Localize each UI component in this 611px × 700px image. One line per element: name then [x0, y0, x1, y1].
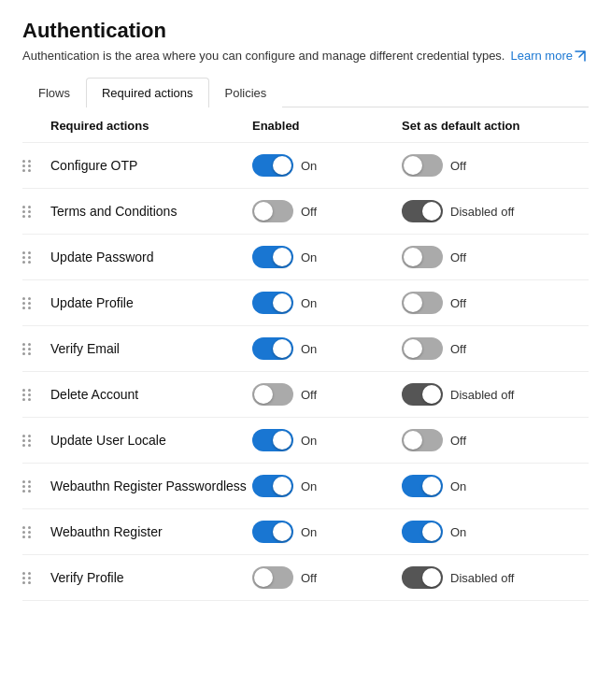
default-label: Disabled off — [450, 205, 514, 219]
default-toggle-cell: Disabled off — [402, 200, 589, 222]
enabled-label: Off — [301, 388, 317, 402]
default-label: On — [450, 525, 466, 539]
default-toggle[interactable] — [402, 154, 443, 177]
default-toggle[interactable] — [402, 200, 443, 222]
enabled-toggle[interactable] — [252, 429, 293, 451]
enabled-toggle-cell: On — [252, 521, 402, 543]
enabled-toggle[interactable] — [252, 246, 293, 268]
default-toggle-cell: Off — [402, 429, 589, 451]
enabled-toggle[interactable] — [252, 200, 293, 222]
enabled-label: On — [301, 159, 317, 173]
tab-policies[interactable]: Policies — [209, 78, 283, 107]
row-name: Webauthn Register — [50, 524, 252, 539]
default-label: Off — [450, 342, 466, 356]
drag-handle[interactable] — [22, 160, 50, 172]
external-link-icon — [575, 50, 586, 62]
description-text: Authentication is the area where you can… — [22, 49, 504, 63]
col-drag — [22, 119, 50, 133]
default-label: Off — [450, 250, 466, 264]
enabled-toggle[interactable] — [252, 566, 293, 589]
drag-handle[interactable] — [22, 206, 50, 218]
table-row: Verify ProfileOffDisabled off — [22, 555, 589, 601]
row-name: Webauthn Register Passwordless — [50, 479, 252, 493]
default-toggle[interactable] — [402, 521, 443, 543]
default-toggle[interactable] — [402, 337, 443, 360]
enabled-label: On — [301, 525, 317, 539]
drag-handle[interactable] — [22, 572, 50, 584]
enabled-toggle-cell: On — [252, 429, 402, 451]
row-name: Update Password — [50, 250, 252, 264]
default-label: Disabled off — [450, 571, 514, 585]
default-toggle-cell: Disabled off — [402, 566, 589, 589]
drag-handle[interactable] — [22, 251, 50, 264]
default-toggle-cell: Off — [402, 292, 589, 314]
default-toggle[interactable] — [402, 429, 443, 451]
enabled-label: On — [301, 250, 317, 264]
default-label: Off — [450, 296, 466, 310]
enabled-toggle-cell: On — [252, 154, 402, 177]
page-description: Authentication is the area where you can… — [22, 49, 589, 63]
default-toggle[interactable] — [402, 566, 443, 589]
enabled-toggle-cell: Off — [252, 200, 402, 222]
row-name: Update Profile — [50, 295, 252, 310]
learn-more-link[interactable]: Learn more — [510, 49, 585, 63]
table-row: Update PasswordOnOff — [22, 235, 589, 280]
table-row: Terms and ConditionsOffDisabled off — [22, 189, 589, 235]
default-label: Disabled off — [450, 388, 514, 402]
tab-required-actions[interactable]: Required actions — [86, 78, 209, 107]
default-toggle-cell: Off — [402, 337, 589, 360]
enabled-label: On — [301, 434, 317, 448]
row-name: Update User Locale — [50, 433, 252, 448]
enabled-toggle[interactable] — [252, 521, 293, 543]
enabled-toggle-cell: Off — [252, 566, 402, 589]
page-container: Authentication Authentication is the are… — [0, 0, 611, 620]
table-row: Update User LocaleOnOff — [22, 418, 589, 464]
enabled-toggle-cell: On — [252, 292, 402, 314]
drag-handle[interactable] — [22, 526, 50, 538]
drag-handle[interactable] — [22, 343, 50, 355]
default-toggle-cell: On — [402, 475, 589, 497]
drag-handle[interactable] — [22, 480, 50, 493]
row-name: Delete Account — [50, 387, 252, 402]
default-toggle-cell: Off — [402, 246, 589, 268]
row-name: Verify Profile — [50, 570, 252, 585]
table-row: Update ProfileOnOff — [22, 280, 589, 326]
default-toggle[interactable] — [402, 383, 443, 406]
enabled-toggle-cell: On — [252, 246, 402, 268]
row-name: Verify Email — [50, 341, 252, 356]
enabled-toggle-cell: On — [252, 337, 402, 360]
enabled-label: Off — [301, 205, 317, 219]
tab-flows[interactable]: Flows — [22, 78, 86, 107]
drag-handle[interactable] — [22, 389, 50, 401]
default-toggle[interactable] — [402, 475, 443, 497]
col-default: Set as default action — [402, 119, 589, 133]
page-title: Authentication — [22, 19, 589, 43]
enabled-toggle[interactable] — [252, 292, 293, 314]
enabled-toggle[interactable] — [252, 383, 293, 406]
col-name: Required actions — [50, 119, 252, 133]
default-label: On — [450, 479, 466, 493]
row-name: Terms and Conditions — [50, 204, 252, 219]
table-row: Delete AccountOffDisabled off — [22, 372, 589, 418]
enabled-toggle[interactable] — [252, 475, 293, 497]
enabled-label: On — [301, 342, 317, 356]
table-row: Webauthn Register PasswordlessOnOn — [22, 464, 589, 509]
drag-handle[interactable] — [22, 297, 50, 309]
default-toggle[interactable] — [402, 246, 443, 268]
default-label: Off — [450, 159, 466, 173]
enabled-label: Off — [301, 571, 317, 585]
enabled-toggle-cell: On — [252, 475, 402, 497]
default-toggle[interactable] — [402, 292, 443, 314]
default-toggle-cell: On — [402, 521, 589, 543]
drag-handle[interactable] — [22, 435, 50, 447]
table-row: Configure OTPOnOff — [22, 143, 589, 189]
table-row: Verify EmailOnOff — [22, 326, 589, 372]
default-label: Off — [450, 434, 466, 448]
default-toggle-cell: Off — [402, 154, 589, 177]
table-row: Webauthn RegisterOnOn — [22, 509, 589, 555]
enabled-toggle[interactable] — [252, 337, 293, 360]
table-header: Required actions Enabled Set as default … — [22, 107, 589, 143]
tabs-container: Flows Required actions Policies — [22, 78, 589, 107]
enabled-label: On — [301, 296, 317, 310]
enabled-toggle[interactable] — [252, 154, 293, 177]
